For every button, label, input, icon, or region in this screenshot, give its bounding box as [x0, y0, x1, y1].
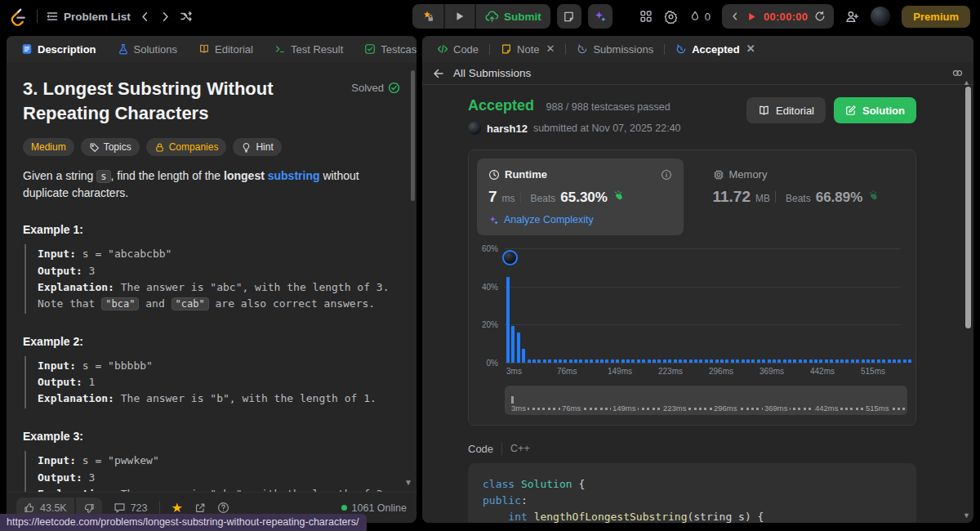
book-icon	[198, 43, 210, 55]
run-button[interactable]	[443, 4, 474, 29]
tag-icon	[89, 142, 100, 153]
badge-topics[interactable]: Topics	[81, 138, 140, 156]
back-arrow-icon[interactable]	[432, 67, 445, 80]
x-axis-tick: 149ms	[608, 367, 632, 376]
sticky-note-icon	[563, 11, 575, 23]
example-heading: Example 3:	[23, 430, 400, 443]
timer-play-icon[interactable]	[746, 11, 757, 22]
example-heading: Example 2:	[23, 335, 400, 348]
description-icon	[21, 43, 33, 55]
premium-button[interactable]: Premium	[902, 6, 970, 28]
tab-code[interactable]: Code	[430, 40, 485, 59]
badge-hint[interactable]: Hint	[233, 138, 281, 156]
badge-companies[interactable]: Companies	[146, 138, 227, 156]
help-icon[interactable]	[217, 502, 229, 514]
runtime-value: 7	[488, 188, 497, 206]
topbar-left: Problem List	[10, 7, 193, 26]
codetag-icon	[437, 43, 448, 55]
code-block[interactable]: class Solution {public: int lengthOfLong…	[468, 463, 916, 523]
layout-grid-icon[interactable]	[639, 10, 653, 23]
right-scrollbar-thumb[interactable]	[965, 87, 971, 328]
tab-submissions[interactable]: Submissions	[570, 40, 660, 59]
prev-problem-button[interactable]	[139, 11, 151, 23]
badge-medium[interactable]: Medium	[23, 138, 74, 156]
editor-tabstrip: CodeNote✕SubmissionsAccepted✕	[422, 36, 973, 62]
clap-icon-dim	[867, 190, 879, 202]
timer-value: 00:00:00	[764, 11, 808, 23]
streak-widget[interactable]: 0	[689, 10, 710, 23]
submitter-avatar	[468, 122, 481, 135]
tab-test-result[interactable]: Test Result	[268, 40, 350, 59]
badge-row: MediumTopicsCompaniesHint	[23, 138, 400, 156]
flask-icon	[118, 43, 129, 55]
description-text: Given a string s, find the length of the…	[23, 167, 400, 202]
user-avatar[interactable]	[871, 7, 890, 26]
scroll-down-indicator[interactable]: ▼	[404, 478, 412, 487]
substring-link[interactable]: substring	[268, 169, 320, 182]
submitter-username[interactable]: harsh12	[487, 123, 528, 135]
debugger-icon	[421, 10, 434, 23]
chart-y-axis: 0%20%40%60%	[477, 248, 505, 363]
brush-tick-label: 223ms	[662, 404, 688, 413]
tab-editorial[interactable]: Editorial	[192, 40, 260, 59]
runtime-tile[interactable]: Runtime 7 ms Beats	[477, 158, 684, 235]
submissions-subnav: All Submissions	[422, 62, 973, 85]
editorial-button[interactable]: Editorial	[746, 97, 826, 123]
right-scroll-up-arrow[interactable]: ▲	[963, 78, 970, 87]
x-axis-tick: 442ms	[810, 367, 835, 376]
settings-gear-icon[interactable]	[664, 10, 678, 24]
left-scrollbar-thumb[interactable]	[411, 70, 415, 201]
notes-button[interactable]	[557, 4, 581, 29]
code-section-header: Code C++	[468, 442, 916, 455]
timer-collapse-icon[interactable]	[730, 11, 740, 21]
testcases-passed: 988 / 988 testcases passed	[546, 101, 670, 113]
runtime-beats: 65.30%	[560, 190, 608, 206]
right-scroll-down-arrow[interactable]: ▼	[963, 511, 970, 520]
submitted-at: submitted at Nov 07, 2025 22:40	[533, 123, 681, 134]
analyze-complexity-link[interactable]: Analyze Complexity	[488, 214, 672, 225]
problem-title: 3. Longest Substring Without Repeating C…	[23, 77, 343, 125]
problem-description: 3. Longest Substring Without Repeating C…	[7, 62, 416, 492]
all-submissions-label[interactable]: All Submissions	[453, 67, 531, 79]
comments-button[interactable]: 723	[114, 502, 148, 514]
next-problem-button[interactable]	[159, 11, 172, 23]
tab-description[interactable]: Description	[15, 40, 103, 59]
chart-range-brush[interactable]: 3ms76ms149ms223ms296ms369ms442ms515ms	[505, 386, 907, 415]
tab-solutions[interactable]: Solutions	[111, 40, 184, 59]
tab-note[interactable]: Note✕	[494, 40, 561, 59]
tab-testcase[interactable]: Testcase	[358, 40, 416, 59]
distribution-bar[interactable]	[522, 349, 525, 364]
copy-link-icon[interactable]	[951, 67, 964, 79]
info-icon[interactable]	[661, 169, 672, 181]
timer-reset-icon[interactable]	[814, 11, 826, 22]
shuffle-icon[interactable]	[180, 10, 193, 23]
invite-user-icon[interactable]	[845, 10, 859, 24]
x-axis-tick: 3ms	[506, 367, 522, 376]
example-heading: Example 1:	[23, 223, 400, 236]
distribution-bar[interactable]	[517, 332, 520, 363]
memory-chip-icon	[713, 169, 724, 181]
book-icon	[758, 105, 770, 117]
lock-icon	[154, 142, 165, 153]
examples: Example 1:Input: s = "abcabcbb"Output: 3…	[23, 223, 400, 492]
tab-separator	[565, 44, 566, 55]
debug-button[interactable]	[412, 4, 443, 29]
comment-icon	[114, 502, 126, 514]
distribution-bar[interactable]	[506, 277, 510, 363]
solution-button[interactable]: Solution	[834, 97, 916, 123]
distribution-bar[interactable]	[908, 359, 911, 363]
problem-list-button[interactable]: Problem List	[46, 10, 131, 23]
distribution-bar[interactable]	[511, 326, 514, 364]
leetcode-logo[interactable]	[10, 7, 29, 26]
problem-tabstrip: DescriptionSolutionsEditorialTest Result…	[7, 36, 416, 62]
memory-tile[interactable]: Memory 11.72 MB Beats 66.89%	[702, 158, 908, 235]
topbar-divider	[37, 10, 38, 23]
chart-bars	[506, 248, 901, 363]
run-controls: Submit	[412, 4, 612, 29]
submit-button[interactable]: Submit	[474, 4, 550, 29]
chart-x-axis: 3ms76ms149ms223ms296ms369ms442ms515ms	[505, 363, 907, 377]
y-axis-tick: 40%	[482, 282, 498, 291]
share-icon[interactable]	[194, 502, 206, 514]
tab-accepted[interactable]: Accepted✕	[669, 40, 761, 59]
ai-assistant-button[interactable]	[588, 4, 612, 29]
